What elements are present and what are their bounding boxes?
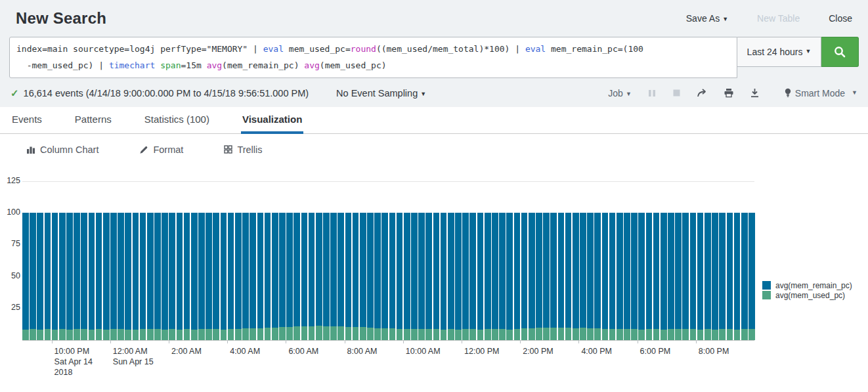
print-button[interactable] — [724, 88, 734, 98]
chart-bar[interactable] — [580, 181, 586, 340]
chart-bar[interactable] — [741, 181, 748, 340]
chart-bar[interactable] — [330, 181, 337, 340]
chart-bar[interactable] — [52, 181, 58, 340]
chart-bar[interactable] — [293, 181, 300, 340]
share-button[interactable] — [697, 88, 708, 98]
chart-bar[interactable] — [337, 181, 344, 340]
chart-bar[interactable] — [492, 181, 498, 340]
chart-bar[interactable] — [653, 181, 660, 340]
chart-bar[interactable] — [749, 181, 755, 340]
legend-item[interactable]: avg(mem_remain_pc) — [762, 281, 852, 290]
trellis-button[interactable]: Trellis — [224, 144, 262, 155]
chart-bar[interactable] — [125, 181, 131, 340]
chart-bar[interactable] — [587, 181, 594, 340]
chart-bar[interactable] — [536, 181, 542, 340]
tab-visualization[interactable]: Visualization — [241, 107, 303, 134]
chart-bar[interactable] — [433, 181, 440, 340]
chart-bar[interactable] — [103, 181, 110, 340]
chart-bar[interactable] — [272, 181, 278, 340]
chart-bar[interactable] — [602, 181, 609, 340]
event-sampling-dropdown[interactable]: No Event Sampling▼ — [336, 88, 426, 98]
chart-bar[interactable] — [221, 181, 227, 340]
chart-bar[interactable] — [485, 181, 491, 340]
chart-bar[interactable] — [624, 181, 630, 340]
chart-bar[interactable] — [22, 181, 29, 340]
chart-bar[interactable] — [206, 181, 212, 340]
chart-bar[interactable] — [37, 181, 43, 340]
chart-bar[interactable] — [316, 181, 322, 340]
chart-bar[interactable] — [389, 181, 396, 340]
chart-bar[interactable] — [96, 181, 102, 340]
chart-bar[interactable] — [661, 181, 667, 340]
chart-bar[interactable] — [682, 181, 689, 340]
chart-bar[interactable] — [242, 181, 249, 340]
chart-bar[interactable] — [360, 181, 366, 340]
chart-bar[interactable] — [213, 181, 219, 340]
chart-bar[interactable] — [712, 181, 718, 340]
chart-bar[interactable] — [286, 181, 293, 340]
chart-bar[interactable] — [565, 181, 572, 340]
chart-bar[interactable] — [89, 181, 95, 340]
chart-bar[interactable] — [118, 181, 124, 340]
tab-statistics[interactable]: Statistics (100) — [143, 107, 211, 134]
chart-bar[interactable] — [374, 181, 381, 340]
chart-bar[interactable] — [506, 181, 513, 340]
chart-bar[interactable] — [381, 181, 388, 340]
search-mode-selector[interactable]: Smart Mode ▼ — [785, 88, 857, 98]
chart-bar[interactable] — [191, 181, 198, 340]
chart-bar[interactable] — [45, 181, 51, 340]
chart-bar[interactable] — [705, 181, 711, 340]
chart-bar[interactable] — [74, 181, 80, 340]
search-query[interactable]: index=main sourcetype=log4j perfType="ME… — [9, 37, 737, 78]
close-button[interactable]: Close — [829, 13, 852, 24]
chart-bar[interactable] — [477, 181, 484, 340]
chart-bar[interactable] — [594, 181, 601, 340]
search-button[interactable] — [821, 37, 859, 67]
save-as-button[interactable]: Save As▼ — [686, 13, 728, 24]
chart-bar[interactable] — [147, 181, 154, 340]
chart-bar[interactable] — [573, 181, 579, 340]
chart-bar[interactable] — [455, 181, 462, 340]
chart-bar[interactable] — [154, 181, 161, 340]
chart-bar[interactable] — [617, 181, 623, 340]
chart-bar[interactable] — [719, 181, 726, 340]
chart-bar[interactable] — [133, 181, 139, 340]
chart-bar[interactable] — [514, 181, 521, 340]
chart-bar[interactable] — [499, 181, 506, 340]
chart-bar[interactable] — [441, 181, 447, 340]
chart-bar[interactable] — [309, 181, 315, 340]
chart-bar[interactable] — [59, 181, 66, 340]
chart-bar[interactable] — [228, 181, 234, 340]
chart-bar[interactable] — [30, 181, 36, 340]
chart-bar[interactable] — [727, 181, 733, 340]
tab-events[interactable]: Events — [11, 107, 43, 134]
chart-bar[interactable] — [367, 181, 374, 340]
chart-bar[interactable] — [404, 181, 410, 340]
export-button[interactable] — [750, 88, 760, 98]
chart-bar[interactable] — [448, 181, 454, 340]
chart-bar[interactable] — [646, 181, 653, 340]
chart-bar[interactable] — [521, 181, 528, 340]
chart-bar[interactable] — [169, 181, 175, 340]
chart-bar[interactable] — [631, 181, 638, 340]
chart-bar[interactable] — [198, 181, 205, 340]
chart-bar[interactable] — [609, 181, 616, 340]
chart-bar[interactable] — [690, 181, 697, 340]
chart-bar[interactable] — [734, 181, 741, 340]
chart-bar[interactable] — [250, 181, 256, 340]
chart-bar[interactable] — [397, 181, 403, 340]
chart-bar[interactable] — [462, 181, 469, 340]
chart-bar[interactable] — [425, 181, 432, 340]
chart-bar[interactable] — [638, 181, 645, 340]
time-range-picker[interactable]: Last 24 hours ▼ — [737, 37, 821, 67]
format-button[interactable]: Format — [139, 144, 183, 155]
chart-bar[interactable] — [558, 181, 565, 340]
chart-bar[interactable] — [177, 181, 183, 340]
chart-bar[interactable] — [550, 181, 557, 340]
chart-bar[interactable] — [469, 181, 476, 340]
chart-bar[interactable] — [675, 181, 682, 340]
chart-bar[interactable] — [81, 181, 87, 340]
chart-bar[interactable] — [668, 181, 674, 340]
tab-patterns[interactable]: Patterns — [74, 107, 113, 134]
chart-bar[interactable] — [345, 181, 352, 340]
